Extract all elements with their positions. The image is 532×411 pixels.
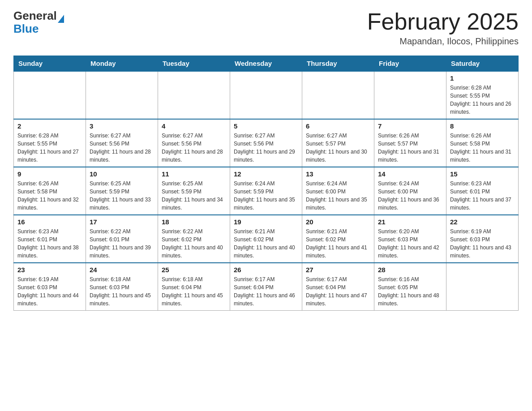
day-info: Sunrise: 6:16 AM Sunset: 6:05 PM Dayligh…	[378, 275, 442, 308]
day-number: 18	[162, 218, 226, 226]
day-number: 21	[378, 218, 442, 226]
calendar-cell	[86, 71, 158, 119]
calendar-week-row: 1Sunrise: 6:28 AM Sunset: 5:55 PM Daylig…	[14, 71, 519, 119]
day-info: Sunrise: 6:24 AM Sunset: 6:00 PM Dayligh…	[306, 180, 370, 212]
day-number: 15	[450, 170, 515, 178]
day-number: 27	[306, 266, 370, 274]
calendar-cell	[230, 71, 302, 119]
day-number: 1	[450, 74, 515, 82]
calendar-cell: 19Sunrise: 6:21 AM Sunset: 6:02 PM Dayli…	[230, 215, 302, 263]
calendar-cell: 25Sunrise: 6:18 AM Sunset: 6:04 PM Dayli…	[158, 263, 230, 311]
day-number: 13	[306, 170, 370, 178]
day-number: 17	[90, 218, 154, 226]
calendar-cell: 24Sunrise: 6:18 AM Sunset: 6:03 PM Dayli…	[86, 263, 158, 311]
calendar-table: SundayMondayTuesdayWednesdayThursdayFrid…	[13, 56, 519, 311]
logo: General Blue	[13, 9, 64, 34]
calendar-week-row: 16Sunrise: 6:23 AM Sunset: 6:01 PM Dayli…	[14, 215, 519, 263]
day-number: 26	[234, 266, 298, 274]
calendar-cell: 22Sunrise: 6:19 AM Sunset: 6:03 PM Dayli…	[446, 215, 519, 263]
calendar-cell	[158, 71, 230, 119]
calendar-cell: 4Sunrise: 6:27 AM Sunset: 5:56 PM Daylig…	[158, 119, 230, 167]
day-info: Sunrise: 6:20 AM Sunset: 6:03 PM Dayligh…	[378, 227, 442, 260]
day-number: 2	[17, 122, 82, 130]
calendar-cell: 13Sunrise: 6:24 AM Sunset: 6:00 PM Dayli…	[302, 167, 374, 215]
calendar-cell: 12Sunrise: 6:24 AM Sunset: 5:59 PM Dayli…	[230, 167, 302, 215]
calendar-cell: 2Sunrise: 6:28 AM Sunset: 5:55 PM Daylig…	[14, 119, 86, 167]
day-number: 28	[378, 266, 442, 274]
day-info: Sunrise: 6:26 AM Sunset: 5:58 PM Dayligh…	[17, 180, 82, 212]
day-number: 22	[450, 218, 515, 226]
day-number: 14	[378, 170, 442, 178]
calendar-cell: 16Sunrise: 6:23 AM Sunset: 6:01 PM Dayli…	[14, 215, 86, 263]
day-info: Sunrise: 6:27 AM Sunset: 5:57 PM Dayligh…	[306, 132, 370, 164]
calendar-cell: 6Sunrise: 6:27 AM Sunset: 5:57 PM Daylig…	[302, 119, 374, 167]
day-info: Sunrise: 6:18 AM Sunset: 6:03 PM Dayligh…	[90, 275, 154, 308]
calendar-cell: 5Sunrise: 6:27 AM Sunset: 5:56 PM Daylig…	[230, 119, 302, 167]
calendar-cell: 20Sunrise: 6:21 AM Sunset: 6:02 PM Dayli…	[302, 215, 374, 263]
calendar-cell	[446, 263, 519, 311]
day-info: Sunrise: 6:22 AM Sunset: 6:02 PM Dayligh…	[162, 227, 226, 260]
calendar-cell: 26Sunrise: 6:17 AM Sunset: 6:04 PM Dayli…	[230, 263, 302, 311]
calendar-header-thursday: Thursday	[302, 56, 374, 72]
day-number: 5	[234, 122, 298, 130]
day-info: Sunrise: 6:22 AM Sunset: 6:01 PM Dayligh…	[90, 227, 154, 260]
calendar-header-saturday: Saturday	[446, 56, 519, 72]
calendar-cell: 11Sunrise: 6:25 AM Sunset: 5:59 PM Dayli…	[158, 167, 230, 215]
day-info: Sunrise: 6:21 AM Sunset: 6:02 PM Dayligh…	[234, 227, 298, 260]
calendar-header-row: SundayMondayTuesdayWednesdayThursdayFrid…	[14, 56, 519, 72]
calendar-week-row: 23Sunrise: 6:19 AM Sunset: 6:03 PM Dayli…	[14, 263, 519, 311]
calendar-cell: 9Sunrise: 6:26 AM Sunset: 5:58 PM Daylig…	[14, 167, 86, 215]
day-number: 11	[162, 170, 226, 178]
day-info: Sunrise: 6:27 AM Sunset: 5:56 PM Dayligh…	[162, 132, 226, 164]
day-number: 25	[162, 266, 226, 274]
day-info: Sunrise: 6:23 AM Sunset: 6:01 PM Dayligh…	[17, 227, 82, 260]
day-info: Sunrise: 6:19 AM Sunset: 6:03 PM Dayligh…	[450, 227, 515, 260]
calendar-cell: 15Sunrise: 6:23 AM Sunset: 6:01 PM Dayli…	[446, 167, 519, 215]
calendar-cell	[14, 71, 86, 119]
calendar-cell: 3Sunrise: 6:27 AM Sunset: 5:56 PM Daylig…	[86, 119, 158, 167]
day-info: Sunrise: 6:21 AM Sunset: 6:02 PM Dayligh…	[306, 227, 370, 260]
calendar-cell: 14Sunrise: 6:24 AM Sunset: 6:00 PM Dayli…	[374, 167, 446, 215]
calendar-header-monday: Monday	[86, 56, 158, 72]
day-number: 20	[306, 218, 370, 226]
day-number: 4	[162, 122, 226, 130]
day-number: 23	[17, 266, 82, 274]
location-title: Mapandan, Ilocos, Philippines	[367, 36, 519, 47]
day-number: 7	[378, 122, 442, 130]
logo-blue-text: Blue	[13, 22, 39, 35]
calendar-cell: 7Sunrise: 6:26 AM Sunset: 5:57 PM Daylig…	[374, 119, 446, 167]
day-number: 10	[90, 170, 154, 178]
day-number: 12	[234, 170, 298, 178]
calendar-cell: 27Sunrise: 6:17 AM Sunset: 6:04 PM Dayli…	[302, 263, 374, 311]
day-number: 16	[17, 218, 82, 226]
calendar-cell: 17Sunrise: 6:22 AM Sunset: 6:01 PM Dayli…	[86, 215, 158, 263]
calendar-cell: 18Sunrise: 6:22 AM Sunset: 6:02 PM Dayli…	[158, 215, 230, 263]
calendar-cell: 8Sunrise: 6:26 AM Sunset: 5:58 PM Daylig…	[446, 119, 519, 167]
day-number: 9	[17, 170, 82, 178]
logo-general-text: General	[13, 9, 57, 23]
calendar-header-wednesday: Wednesday	[230, 56, 302, 72]
day-number: 3	[90, 122, 154, 130]
calendar-cell: 28Sunrise: 6:16 AM Sunset: 6:05 PM Dayli…	[374, 263, 446, 311]
calendar-header-sunday: Sunday	[14, 56, 86, 72]
day-info: Sunrise: 6:18 AM Sunset: 6:04 PM Dayligh…	[162, 275, 226, 308]
calendar-cell: 21Sunrise: 6:20 AM Sunset: 6:03 PM Dayli…	[374, 215, 446, 263]
day-info: Sunrise: 6:23 AM Sunset: 6:01 PM Dayligh…	[450, 180, 515, 212]
day-info: Sunrise: 6:28 AM Sunset: 5:55 PM Dayligh…	[17, 132, 82, 164]
calendar-header-friday: Friday	[374, 56, 446, 72]
day-info: Sunrise: 6:25 AM Sunset: 5:59 PM Dayligh…	[90, 180, 154, 212]
calendar-cell: 23Sunrise: 6:19 AM Sunset: 6:03 PM Dayli…	[14, 263, 86, 311]
calendar-cell	[302, 71, 374, 119]
calendar-week-row: 9Sunrise: 6:26 AM Sunset: 5:58 PM Daylig…	[14, 167, 519, 215]
title-section: February 2025 Mapandan, Ilocos, Philippi…	[367, 9, 519, 47]
day-number: 8	[450, 122, 515, 130]
page-header: General Blue February 2025 Mapandan, Ilo…	[13, 9, 519, 47]
day-info: Sunrise: 6:19 AM Sunset: 6:03 PM Dayligh…	[17, 275, 82, 308]
day-info: Sunrise: 6:26 AM Sunset: 5:57 PM Dayligh…	[378, 132, 442, 164]
calendar-cell: 1Sunrise: 6:28 AM Sunset: 5:55 PM Daylig…	[446, 71, 519, 119]
day-info: Sunrise: 6:27 AM Sunset: 5:56 PM Dayligh…	[234, 132, 298, 164]
calendar-cell: 10Sunrise: 6:25 AM Sunset: 5:59 PM Dayli…	[86, 167, 158, 215]
day-info: Sunrise: 6:24 AM Sunset: 5:59 PM Dayligh…	[234, 180, 298, 212]
calendar-week-row: 2Sunrise: 6:28 AM Sunset: 5:55 PM Daylig…	[14, 119, 519, 167]
calendar-cell	[374, 71, 446, 119]
